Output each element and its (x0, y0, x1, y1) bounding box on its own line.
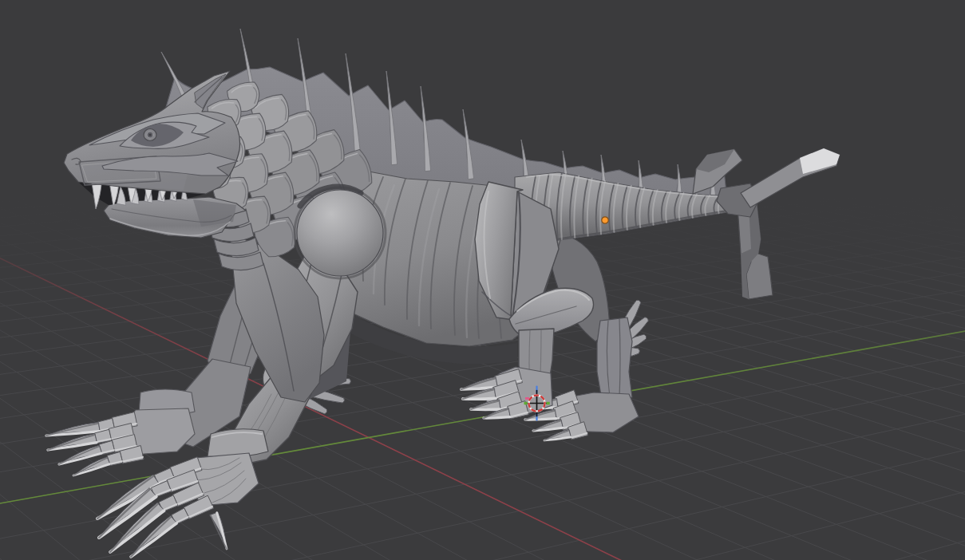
eye-pupil (148, 133, 151, 136)
hind-leg-far-ankle (597, 317, 632, 400)
viewport-canvas[interactable] (0, 0, 965, 560)
shoulder (295, 187, 386, 278)
shoulder-ball (297, 190, 383, 276)
object-origin[interactable] (602, 217, 608, 223)
cursor-y-tick-left (524, 402, 528, 404)
origin-dot-icon[interactable] (602, 217, 608, 223)
3d-viewport[interactable] (0, 0, 965, 560)
cursor-x-tick (525, 397, 529, 400)
hind-claws-near-part (463, 398, 496, 399)
cursor-y-tick-right (547, 402, 550, 404)
